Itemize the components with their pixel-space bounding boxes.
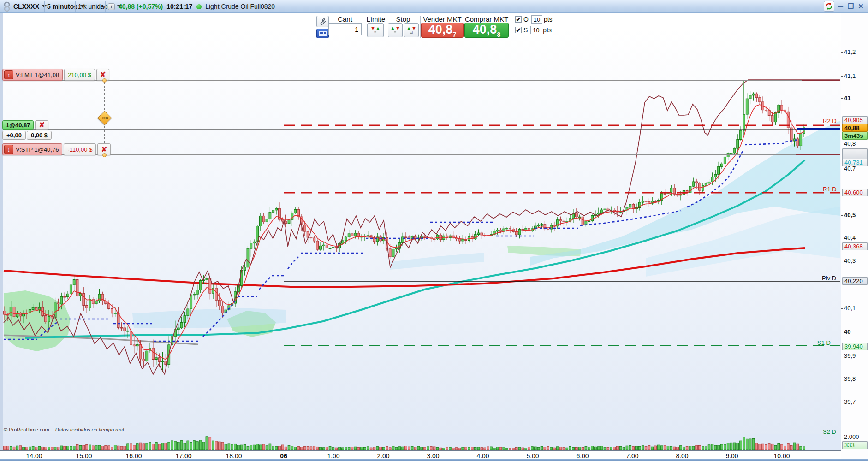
time-axis-label: 15:00 — [76, 452, 92, 460]
time-axis-label: 2:00 — [377, 452, 389, 460]
price-pane-layers — [0, 65, 840, 374]
copyright-text: © ProRealTime.com — [4, 427, 49, 432]
position-chip[interactable]: 1@40,87 — [2, 120, 34, 130]
stop-order-text: V:STP 1@40,76 — [16, 146, 59, 153]
limit-order-chip[interactable]: ↕ V:LMT 1@41,08 — [2, 69, 63, 81]
stop-pnl-chip: -110,00 $ — [64, 143, 96, 155]
price-chart-canvas[interactable] — [0, 0, 868, 461]
time-axis-label: 9:00 — [725, 452, 738, 460]
pivot-level-label: Piv D — [822, 275, 836, 282]
volume-layer — [4, 437, 805, 450]
close-icon: ✘ — [39, 121, 45, 129]
ema-fast-red — [5, 105, 804, 360]
s1-level-label: S1 D — [817, 339, 831, 346]
r1-level-label: R1 D — [823, 186, 837, 193]
close-icon: ✘ — [100, 71, 106, 79]
limit-pnl-chip: 210,00 $ — [64, 69, 95, 81]
position-close-button[interactable]: ✘ — [35, 120, 48, 130]
bracket-bottom-handle[interactable] — [102, 153, 107, 157]
time-axis-label: 18:00 — [226, 452, 242, 460]
pane-separator[interactable] — [0, 434, 841, 434]
time-axis-label: 06 — [280, 452, 287, 460]
prorealtime-window: CLXXXX 5 minutos 1 k unidades i 40,88 (+… — [0, 0, 868, 461]
position-text: 1@40,87 — [6, 122, 30, 129]
sar-dotted-layer — [4, 140, 798, 341]
feed-status-text: Datos recibidos en tiempo real — [55, 427, 124, 432]
limit-order-text: V:LMT 1@41,08 — [16, 71, 59, 78]
time-axis-label: 5:00 — [526, 452, 539, 460]
time-axis-label: 17:00 — [175, 452, 191, 460]
time-axis-label: 14:00 — [26, 452, 42, 460]
time-axis-label: 3:00 — [427, 452, 439, 460]
bracket-top-handle[interactable] — [102, 78, 107, 83]
time-axis-label: 6:00 — [576, 452, 589, 460]
time-axis-label: 8:00 — [676, 452, 688, 460]
time-axis-label: 16:00 — [125, 452, 142, 460]
copyright-bar: © ProRealTime.com Datos recibidos en tie… — [0, 427, 841, 434]
position-pnl-money: 0,00 $ — [27, 131, 52, 140]
position-pnl-points: +0,00 — [2, 131, 26, 140]
overlay-maroon-line — [4, 80, 840, 374]
drag-handle-icon[interactable]: ↕ — [4, 70, 13, 79]
time-axis-label: 1:00 — [327, 452, 339, 460]
limit-order-label[interactable]: ↕ V:LMT 1@41,08 210,00 $ ✘ — [2, 69, 111, 81]
limit-pnl-value: 210,00 $ — [68, 71, 91, 78]
stop-order-label[interactable]: ↕ V:STP 1@40,76 -110,00 $ ✘ — [2, 143, 112, 155]
time-axis-label: 4:00 — [476, 452, 489, 460]
close-icon: ✘ — [101, 145, 107, 154]
stop-pnl-value: -110,00 $ — [67, 146, 92, 153]
stop-order-chip[interactable]: ↕ V:STP 1@40,76 — [2, 143, 62, 155]
window-bottom-edge — [0, 459, 868, 461]
volume-baseline — [0, 450, 841, 451]
position-pnl-row: +0,00 0,00 $ — [2, 131, 53, 140]
position-label[interactable]: 1@40,87 ✘ — [2, 120, 50, 130]
time-axis-label: 10:00 — [773, 452, 790, 460]
time-axis-label: 7:00 — [626, 452, 638, 460]
r2-level-label: R2 D — [823, 118, 837, 124]
kumo-cyan-small — [390, 253, 484, 270]
drag-handle-icon[interactable]: ↕ — [4, 145, 13, 154]
